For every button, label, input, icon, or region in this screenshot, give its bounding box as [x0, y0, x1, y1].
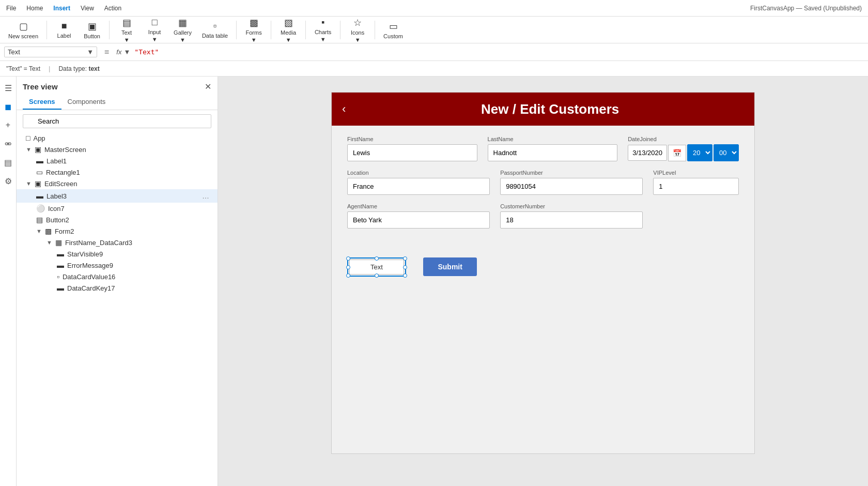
date-value: 3/13/2020: [628, 145, 667, 161]
forms-button[interactable]: ▩ Forms ▼: [241, 18, 267, 42]
app-name: FirstCanvasApp — Saved (Unpublished): [750, 5, 862, 12]
tree-close-button[interactable]: ✕: [205, 82, 211, 92]
data-table-button[interactable]: ▫ Data table: [198, 18, 232, 42]
formula-input[interactable]: [134, 48, 864, 56]
handle-top-mid[interactable]: [375, 256, 379, 261]
calendar-button[interactable]: 📅: [668, 145, 686, 161]
input-button[interactable]: □ Input ▼: [142, 18, 167, 42]
sidebar-icon-menu[interactable]: ☰: [1, 81, 16, 95]
tree-item-errormessage9[interactable]: ▬ ErrorMessage9: [17, 260, 218, 271]
gallery-chevron-icon: ▼: [180, 37, 185, 43]
hint-type: Data type: text: [58, 65, 99, 72]
firstname-input[interactable]: [347, 144, 477, 161]
sidebar-icon-layers[interactable]: ◼: [1, 99, 16, 114]
hour-select[interactable]: 20: [687, 144, 712, 161]
empty-field: [653, 203, 739, 229]
passportnumber-input[interactable]: [500, 178, 643, 195]
sidebar-icon-add[interactable]: +: [1, 118, 16, 132]
lastname-field: LastName: [488, 136, 618, 161]
screen-icon: ▣: [35, 179, 41, 188]
submit-button[interactable]: Submit: [423, 257, 476, 276]
menu-file[interactable]: File: [6, 5, 16, 12]
item-actions-button[interactable]: …: [200, 191, 211, 201]
handle-mid-right[interactable]: [403, 265, 407, 269]
handle-bottom-left[interactable]: [346, 274, 350, 278]
location-input[interactable]: [347, 178, 490, 195]
selected-label-element[interactable]: Text: [347, 257, 406, 277]
search-input[interactable]: [23, 114, 211, 128]
charts-chevron-icon: ▼: [320, 36, 326, 42]
icons-button[interactable]: ☆ Icons ▼: [345, 18, 370, 42]
handle-bottom-right[interactable]: [403, 274, 407, 278]
handle-bottom-mid[interactable]: [375, 274, 379, 278]
formula-equals: =: [101, 48, 112, 57]
chevron-down-icon: ▼: [36, 228, 42, 234]
handle-top-left[interactable]: [346, 256, 350, 261]
screen-icon: ▣: [35, 145, 41, 154]
title-bar-menus: File Home Insert View Action: [6, 5, 121, 12]
charts-button[interactable]: ▪ Charts ▼: [310, 18, 336, 42]
tab-components[interactable]: Components: [61, 95, 112, 110]
button-button[interactable]: ▣ Button: [79, 18, 105, 42]
new-screen-button[interactable]: ▢ New screen: [4, 18, 42, 42]
main-layout: ☰ ◼ + ⚮ ▤ ⚙ Tree view ✕ Screens Componen…: [0, 77, 868, 486]
tree-content: □ App ▼ ▣ MasterScreen ▬ Label1 ▭ Rectan…: [17, 132, 218, 486]
tree-item-firstname-datacard3[interactable]: ▼ ▦ FirstName_DataCard3: [17, 237, 218, 248]
handle-top-right[interactable]: [403, 256, 407, 261]
menu-view[interactable]: View: [81, 5, 94, 12]
menu-home[interactable]: Home: [26, 5, 43, 12]
chevron-down-icon: ▼: [26, 180, 32, 187]
custom-button[interactable]: ▭ Custom: [379, 18, 407, 42]
media-button[interactable]: ▧ Media ▼: [275, 18, 301, 42]
formula-name-box[interactable]: Text ▼: [4, 47, 97, 57]
sidebar-icon-settings[interactable]: ⚙: [1, 174, 16, 188]
gallery-button[interactable]: ▦ Gallery ▼: [169, 18, 196, 42]
minute-select[interactable]: 00: [714, 144, 739, 161]
formula-fx-button[interactable]: fx ▼: [116, 48, 130, 56]
label-icon: ▬: [36, 157, 43, 165]
sidebar-icon-components[interactable]: ▤: [1, 155, 16, 170]
menu-insert[interactable]: Insert: [53, 5, 70, 12]
customernumber-input[interactable]: [500, 211, 643, 229]
text-button[interactable]: ▤ Text ▼: [114, 18, 140, 42]
tree-item-label1[interactable]: ▬ Label1: [17, 155, 218, 166]
customernumber-field: CustomerNumber: [500, 203, 643, 229]
fx-icon: fx: [116, 48, 121, 56]
tree-item-rectangle1[interactable]: ▭ Rectangle1: [17, 166, 218, 178]
tree-item-editscreen[interactable]: ▼ ▣ EditScreen: [17, 178, 218, 189]
icons-icon: ☆: [353, 17, 362, 28]
lastname-input[interactable]: [488, 144, 618, 161]
tree-panel: Tree view ✕ Screens Components 🔍 □ App ▼: [17, 77, 218, 486]
tree-item-label: FirstName_DataCard3: [65, 239, 211, 247]
custom-icon: ▭: [389, 21, 398, 32]
tree-item-datacardvalue16[interactable]: ▫ DataCardValue16: [17, 271, 218, 282]
datejoined-label: DateJoined: [628, 136, 739, 142]
agentname-input[interactable]: [347, 211, 490, 229]
label-button[interactable]: ■ Label: [51, 18, 77, 42]
tree-item-label3[interactable]: ▬ Label3 …: [17, 189, 218, 203]
tree-header: Tree view ✕: [17, 77, 218, 95]
tree-item-form2[interactable]: ▼ ▩ Form2: [17, 225, 218, 237]
tree-item-starvisible9[interactable]: ▬ StarVisible9: [17, 248, 218, 260]
input-icon: ▫: [57, 272, 59, 281]
tree-item-label: Label3: [47, 192, 197, 200]
tree-item-app[interactable]: □ App: [17, 132, 218, 144]
viplevel-input[interactable]: [653, 178, 739, 195]
back-button[interactable]: ‹: [342, 102, 346, 116]
sidebar-icon-data[interactable]: ⚮: [1, 136, 16, 151]
canvas-area[interactable]: ‹ New / Edit Customers FirstName LastNam…: [218, 77, 868, 486]
label-icon: ■: [61, 21, 67, 32]
tree-item-masterscreen[interactable]: ▼ ▣ MasterScreen: [17, 144, 218, 155]
menu-action[interactable]: Action: [104, 5, 121, 12]
tab-screens[interactable]: Screens: [23, 95, 61, 110]
tree-item-label: DataCardKey17: [67, 284, 211, 292]
customernumber-label: CustomerNumber: [500, 203, 643, 209]
tree-item-label: Icon7: [48, 205, 211, 212]
tree-item-label: App: [33, 134, 211, 142]
formula-bar: Text ▼ = fx ▼: [0, 43, 868, 61]
tree-item-button2[interactable]: ▤ Button2: [17, 214, 218, 225]
location-label: Location: [347, 170, 490, 176]
tree-item-icon7[interactable]: ⚪ Icon7: [17, 203, 218, 214]
tree-item-datacardkey17[interactable]: ▬ DataCardKey17: [17, 282, 218, 294]
handle-mid-left[interactable]: [346, 265, 350, 269]
